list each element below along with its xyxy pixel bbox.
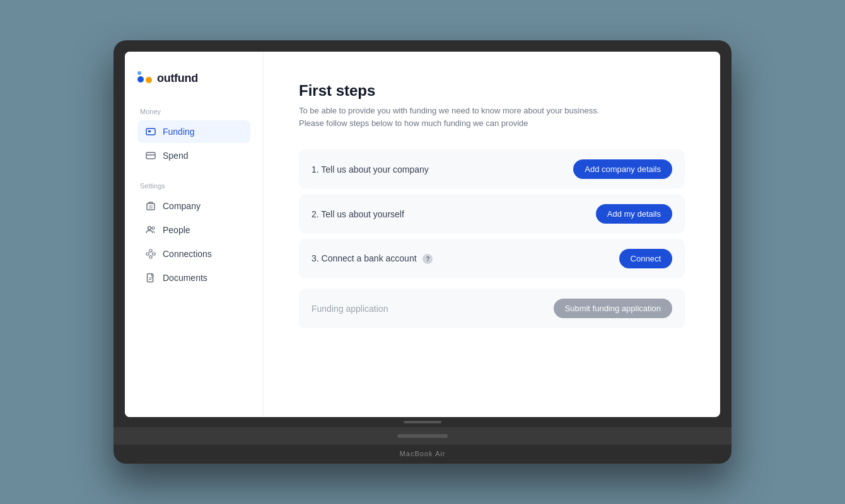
logo-dot-blue xyxy=(137,76,144,83)
steps-container: 1. Tell us about your company Add compan… xyxy=(299,149,685,328)
connect-bank-button[interactable]: Connect xyxy=(619,249,672,268)
step-2-row: 2. Tell us about yourself Add my details xyxy=(299,194,685,234)
step-2-label: 2. Tell us about yourself xyxy=(312,209,404,219)
logo: outfund xyxy=(137,72,250,85)
funding-icon xyxy=(145,126,156,137)
svg-rect-12 xyxy=(153,253,155,255)
funding-application-row: Funding application Submit funding appli… xyxy=(299,289,685,328)
svg-point-7 xyxy=(148,227,151,230)
laptop-frame: outfund Money Funding xyxy=(114,40,731,464)
logo-dot-yellow xyxy=(146,77,152,83)
svg-rect-11 xyxy=(149,256,152,258)
laptop-base xyxy=(114,427,731,445)
sidebar-item-company[interactable]: Company xyxy=(137,195,250,217)
spend-icon xyxy=(145,150,156,161)
page-subtitle: To be able to provide you with funding w… xyxy=(299,105,685,129)
step-3-row: 3. Connect a bank account ? Connect xyxy=(299,239,685,278)
sidebar-item-spend[interactable]: Spend xyxy=(137,144,250,167)
connections-label: Connections xyxy=(163,249,212,259)
sidebar-item-funding[interactable]: Funding xyxy=(137,120,250,143)
sidebar-item-documents[interactable]: Documents xyxy=(137,266,250,289)
laptop-label: MacBook Air xyxy=(400,450,446,457)
help-icon: ? xyxy=(422,254,433,264)
submit-funding-application-button[interactable]: Submit funding application xyxy=(554,299,673,318)
company-label: Company xyxy=(163,201,201,211)
svg-rect-10 xyxy=(149,249,152,252)
nav-settings-section: Settings Company xyxy=(137,182,250,289)
svg-rect-2 xyxy=(146,152,155,159)
nav-money-section: Money Funding xyxy=(137,108,250,167)
people-icon xyxy=(145,224,156,236)
svg-rect-9 xyxy=(146,253,149,255)
spend-label: Spend xyxy=(163,151,188,161)
funding-label: Funding xyxy=(163,127,195,137)
sidebar-item-connections[interactable]: Connections xyxy=(137,243,250,265)
step-1-row: 1. Tell us about your company Add compan… xyxy=(299,149,685,189)
laptop-chin xyxy=(125,417,720,427)
app-container: outfund Money Funding xyxy=(125,52,720,417)
add-company-details-button[interactable]: Add company details xyxy=(573,159,672,179)
page-title: First steps xyxy=(299,82,685,100)
step-3-label: 3. Connect a bank account ? xyxy=(312,253,433,264)
logo-dot-small xyxy=(137,71,141,75)
main-content: First steps To be able to provide you wi… xyxy=(264,52,720,417)
settings-section-label: Settings xyxy=(137,182,250,190)
svg-point-8 xyxy=(152,227,154,229)
laptop-notch xyxy=(397,434,448,438)
connections-icon xyxy=(145,248,156,260)
svg-rect-1 xyxy=(148,130,151,132)
documents-label: Documents xyxy=(163,273,207,283)
sidebar: outfund Money Funding xyxy=(125,52,264,417)
people-label: People xyxy=(163,225,190,235)
documents-icon xyxy=(145,272,156,284)
funding-application-label: Funding application xyxy=(312,304,388,314)
company-icon xyxy=(145,200,156,212)
logo-text: outfund xyxy=(157,72,198,85)
logo-icon xyxy=(137,74,152,83)
sidebar-item-people[interactable]: People xyxy=(137,219,250,241)
money-section-label: Money xyxy=(137,108,250,115)
step-1-label: 1. Tell us about your company xyxy=(312,164,429,175)
svg-rect-4 xyxy=(147,203,154,210)
add-my-details-button[interactable]: Add my details xyxy=(596,204,672,224)
laptop-screen: outfund Money Funding xyxy=(125,52,720,417)
